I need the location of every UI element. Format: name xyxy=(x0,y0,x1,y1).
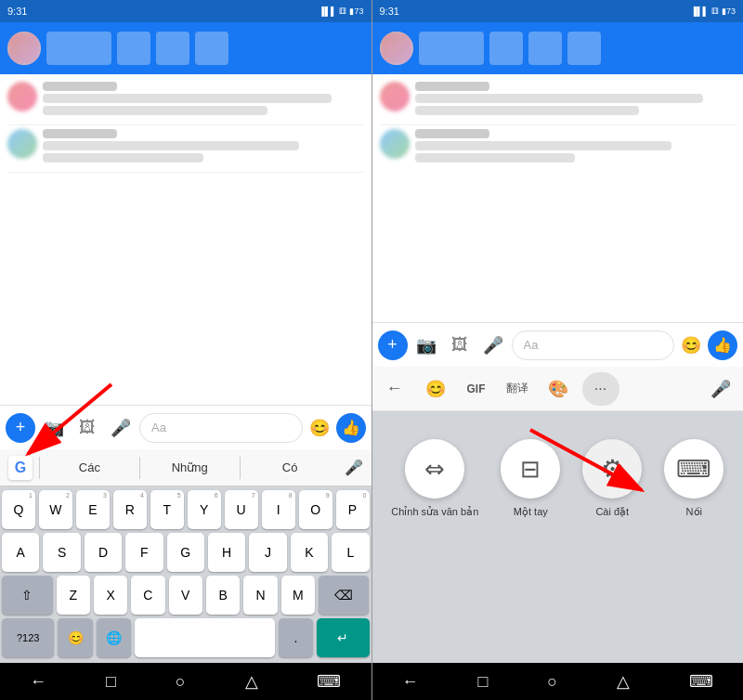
suggestion-word-1[interactable]: Các xyxy=(42,460,137,474)
status-time-right: 9:31 xyxy=(380,6,399,17)
key-period[interactable]: . xyxy=(279,618,314,657)
mic-button-left[interactable]: 🎤 xyxy=(106,413,136,443)
text-input-left[interactable]: Aa xyxy=(139,413,303,443)
key-y[interactable]: 6Y xyxy=(188,490,221,529)
chat-text-right-1b xyxy=(415,106,640,115)
gboard-translate-btn[interactable]: 翻译 xyxy=(501,372,534,406)
battery-icon-right: ▮73 xyxy=(722,6,736,16)
edit-text-icon: ⇔ xyxy=(424,455,445,484)
gboard-theme-btn[interactable]: 🎨 xyxy=(541,372,575,406)
input-placeholder-left: Aa xyxy=(151,421,166,434)
key-r[interactable]: 4R xyxy=(113,490,147,529)
key-a[interactable]: A xyxy=(2,533,39,572)
nav-triangle-right[interactable]: △ xyxy=(617,671,630,692)
like-button-right[interactable]: 👍 xyxy=(708,331,737,360)
avatar-left-1 xyxy=(7,32,41,65)
gboard-item-edit-label: Chỉnh sửa văn bản xyxy=(391,506,478,518)
key-k[interactable]: K xyxy=(291,533,328,572)
battery-icon: ▮73 xyxy=(349,6,363,16)
key-n[interactable]: N xyxy=(243,576,277,615)
one-hand-icon: ⊟ xyxy=(520,455,541,484)
key-enter[interactable]: ↵ xyxy=(317,618,369,657)
key-o[interactable]: 9O xyxy=(299,490,332,529)
camera-button-left[interactable]: 📷 xyxy=(39,413,69,443)
nav-keyboard-right[interactable]: ⌨ xyxy=(689,671,713,692)
nav-back-right[interactable]: ← xyxy=(401,672,418,692)
gboard-item-onehand[interactable]: ⊟ Một tay xyxy=(501,439,560,518)
gboard-item-connect-icon[interactable]: ⌨ xyxy=(664,439,723,499)
image-button-right[interactable]: 🖼 xyxy=(445,331,475,360)
key-globe[interactable]: 🌐 xyxy=(97,618,132,657)
key-j[interactable]: J xyxy=(249,533,286,572)
mic-button-right[interactable]: 🎤 xyxy=(478,331,508,360)
messenger-input-bar-right[interactable]: + 📷 🖼 🎤 Aa 😊 👍 xyxy=(372,322,744,367)
camera-button-right[interactable]: 📷 xyxy=(411,331,441,360)
key-l[interactable]: L xyxy=(332,533,369,572)
gboard-item-onehand-icon[interactable]: ⊟ xyxy=(501,439,560,499)
add-button-right[interactable]: + xyxy=(378,331,408,360)
key-p[interactable]: 0P xyxy=(336,490,370,529)
topbar-blur-4 xyxy=(195,32,228,65)
nav-keyboard-left[interactable]: ⌨ xyxy=(317,671,341,692)
key-t[interactable]: 5T xyxy=(150,490,184,529)
gboard-gif-btn[interactable]: GIF xyxy=(460,372,493,406)
nav-home-left[interactable]: □ xyxy=(106,672,116,692)
gboard-item-onehand-label: Một tay xyxy=(514,506,548,518)
key-row-3: ⇧ Z X C V B N M ⌫ xyxy=(2,576,370,615)
suggestion-row-container: G Các Những Có 🎤 xyxy=(0,449,372,486)
key-b[interactable]: B xyxy=(206,576,240,615)
gboard-item-settings[interactable]: ⚙ Cài đặt xyxy=(582,439,642,518)
gboard-item-edit-icon[interactable]: ⇔ xyxy=(405,439,464,499)
key-m[interactable]: M xyxy=(281,576,315,615)
messenger-input-bar-left[interactable]: + 📷 🖼 🎤 Aa 😊 👍 xyxy=(0,405,372,449)
gboard-mic-btn[interactable]: 🎤 xyxy=(704,372,737,406)
key-q[interactable]: 1Q xyxy=(2,490,35,529)
key-backspace[interactable]: ⌫ xyxy=(319,576,370,615)
chat-name-right-2 xyxy=(415,129,489,138)
status-icons: ▐▌▌ ⚅ ▮73 xyxy=(319,6,363,16)
key-s[interactable]: S xyxy=(43,533,80,572)
key-g[interactable]: G xyxy=(167,533,204,572)
chat-text-right-1a xyxy=(415,94,704,103)
key-h[interactable]: H xyxy=(208,533,245,572)
gboard-item-connect[interactable]: ⌨ Nối xyxy=(664,439,723,518)
like-button-left[interactable]: 👍 xyxy=(336,413,366,443)
chat-avatar-1 xyxy=(7,82,37,111)
key-c[interactable]: C xyxy=(131,576,164,615)
nav-back-left[interactable]: ← xyxy=(30,672,46,692)
key-shift[interactable]: ⇧ xyxy=(2,576,53,615)
nav-home-right[interactable]: □ xyxy=(477,672,488,692)
nav-circle-left[interactable]: ○ xyxy=(176,672,186,692)
status-icons-right: ▐▌▌ ⚅ ▮73 xyxy=(691,6,736,16)
gboard-emoji-btn[interactable]: 😊 xyxy=(419,372,452,406)
key-x[interactable]: X xyxy=(94,576,127,615)
key-f[interactable]: F xyxy=(125,533,163,572)
emoji-button-left[interactable]: 😊 xyxy=(306,415,332,441)
gboard-more-btn[interactable]: ··· xyxy=(582,372,619,406)
key-emoji[interactable]: 😊 xyxy=(58,618,93,657)
chat-text-right-2a xyxy=(415,141,671,150)
key-w[interactable]: 2W xyxy=(39,490,72,529)
emoji-button-right[interactable]: 😊 xyxy=(678,332,704,358)
input-placeholder-right: Aa xyxy=(524,338,539,352)
gboard-item-settings-icon[interactable]: ⚙ xyxy=(582,439,642,499)
key-z[interactable]: Z xyxy=(57,576,90,615)
gboard-back-btn[interactable]: ← xyxy=(378,372,411,406)
add-button-left[interactable]: + xyxy=(6,413,35,443)
key-i[interactable]: 8I xyxy=(262,490,295,529)
gboard-item-edit[interactable]: ⇔ Chỉnh sửa văn bản xyxy=(391,439,478,518)
text-input-right[interactable]: Aa xyxy=(512,331,675,360)
key-v[interactable]: V xyxy=(169,576,202,615)
key-u[interactable]: 7U xyxy=(225,490,258,529)
suggestion-word-3[interactable]: Có xyxy=(242,460,338,474)
suggestion-mic[interactable]: 🎤 xyxy=(337,459,371,476)
image-button-left[interactable]: 🖼 xyxy=(72,413,102,443)
key-e[interactable]: 3E xyxy=(76,490,110,529)
nav-triangle-left[interactable]: △ xyxy=(245,671,258,692)
key-space[interactable] xyxy=(135,618,274,657)
suggestion-word-2[interactable]: Những xyxy=(142,460,238,474)
nav-circle-right[interactable]: ○ xyxy=(547,672,557,692)
key-d[interactable]: D xyxy=(85,533,122,572)
key-numbers[interactable]: ?123 xyxy=(2,618,54,657)
chat-avatar-right-1 xyxy=(380,82,410,111)
